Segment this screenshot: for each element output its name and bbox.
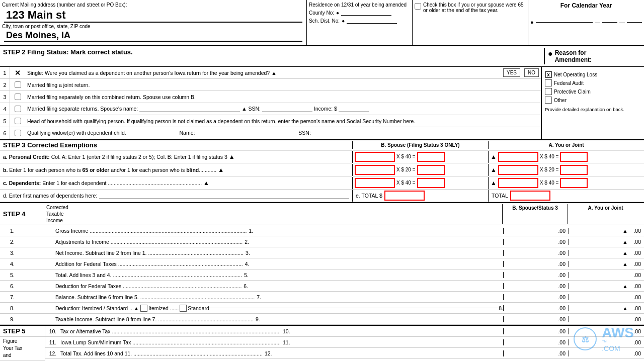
- row5-checkbox[interactable]: [15, 118, 21, 124]
- step3-b-c-multiplier: X $ 40 =: [396, 180, 416, 186]
- step3-a-b-result[interactable]: [560, 165, 588, 175]
- county-label: County No:: [309, 10, 334, 16]
- row4-check[interactable]: [10, 106, 25, 112]
- reason-title-line1: Reason for: [555, 49, 587, 56]
- row3-check[interactable]: [10, 94, 25, 100]
- step4-sub-line2: Taxable: [46, 211, 90, 217]
- row6-name-label: Name:: [180, 130, 195, 136]
- nol-check-mark: x: [547, 72, 550, 77]
- row5-check[interactable]: [10, 118, 25, 124]
- step3-b-b-result[interactable]: [417, 165, 445, 175]
- row8-itemized-cb[interactable]: [140, 305, 147, 312]
- step3-a-a-result[interactable]: [560, 152, 588, 162]
- row7-b: .00: [503, 294, 569, 300]
- row6-b: .00: [503, 283, 569, 289]
- row6-check[interactable]: [10, 130, 25, 136]
- row1-question: Single: Were you claimed as a dependent …: [27, 70, 270, 76]
- step3-b-older: 65 or older: [83, 167, 110, 173]
- step3-a-c-input[interactable]: [498, 178, 538, 188]
- row5-a: .00: [569, 272, 644, 278]
- row2-check[interactable]: [10, 81, 25, 88]
- row8-standard-label: Standard: [188, 305, 209, 311]
- reason-note: Provide detailed explanation on back.: [545, 107, 641, 113]
- row9-sub-num: 9.: [10, 316, 55, 322]
- step3-a-b-multiplier: X $ 20 =: [540, 167, 559, 172]
- row4-label-text: Married filing separate returns. Spouse'…: [27, 106, 138, 112]
- reason-bullet: ●: [548, 49, 553, 58]
- reason-title-block: Reason for Amendment:: [555, 49, 592, 63]
- step5-rows-container: STEP 5 Figure Your Tax and 10. Tax or Al…: [0, 326, 644, 360]
- step3-label-a: a. Personal Credit: Col. A: Enter 1 (ent…: [0, 152, 352, 161]
- row3-a: ▲ .00: [569, 250, 644, 256]
- step3-triangle-a2: ▲: [491, 153, 497, 160]
- no-label: NO: [528, 70, 535, 75]
- step3-b-strong: b.: [3, 167, 8, 173]
- federal-checkbox[interactable]: [545, 79, 552, 86]
- step3-triangle-b: ▲: [218, 166, 224, 173]
- step3-triangle-b2: ▲: [491, 166, 497, 173]
- step3-dep-area: d. Enter first names of dependents here:: [0, 192, 352, 200]
- row12-b: .00: [503, 350, 569, 356]
- no-box[interactable]: NO: [524, 68, 539, 77]
- row10-b: .00: [503, 328, 569, 334]
- step2-title: STEP 2 Filing Status: Mark correct statu…: [3, 48, 544, 64]
- row6-checkbox[interactable]: [15, 130, 21, 136]
- row10-num: 10.: [45, 328, 60, 334]
- sch-input[interactable]: [347, 18, 397, 24]
- row4-name-underline: [139, 106, 240, 112]
- step4-row-5: 5. Total. Add lines 3 and 4. ...........…: [0, 269, 644, 281]
- step3-b-c-result[interactable]: [417, 178, 445, 188]
- step3-row-a: a. Personal Credit: Col. A: Enter 1 (ent…: [0, 150, 644, 163]
- step3-b-a-result[interactable]: [417, 152, 445, 162]
- county-input[interactable]: [341, 10, 391, 16]
- age-checkbox-text: Check this box if you or your spouse wer…: [423, 2, 526, 13]
- step3-col-b: B. Spouse (Filing Status 3 ONLY): [352, 141, 488, 149]
- protective-checkbox[interactable]: [545, 88, 552, 95]
- step3-total-b-input[interactable]: [384, 191, 425, 201]
- step3-a-b-input[interactable]: [498, 165, 538, 175]
- step3-b-a-input[interactable]: [355, 152, 395, 162]
- yes-box[interactable]: YES: [503, 68, 520, 77]
- calendar-title: For Calendar Year: [530, 2, 642, 9]
- other-checkbox[interactable]: [545, 97, 552, 104]
- step4-row-8: 8. Deduction: Itemized / Standard ...▲ I…: [0, 303, 644, 314]
- step2-rows-container: 1 ✕ Single: Were you claimed as a depend…: [0, 67, 541, 139]
- filing-row-4: 4 Married filing separate returns. Spous…: [0, 103, 541, 115]
- reason-option-nol: x Net Operating Loss: [545, 71, 641, 78]
- step5-row-11: 11. Iowa Lump Sum/Minimum Tax ..........…: [45, 337, 644, 348]
- step3-a-c-result[interactable]: [560, 178, 588, 188]
- step3-a-c-multiplier: X $ 40 =: [540, 180, 559, 186]
- row8-standard-cb[interactable]: [180, 305, 187, 312]
- nol-checkbox[interactable]: x: [545, 71, 552, 78]
- calendar-block: For Calendar Year ● — —: [528, 0, 644, 45]
- aws-text: AWS: [602, 326, 634, 340]
- step3-b-b-multiplier: X $ 20 =: [396, 167, 416, 172]
- age-checkbox[interactable]: [415, 3, 421, 10]
- row2-checkbox[interactable]: [15, 81, 21, 88]
- protective-label: Protective Claim: [554, 89, 591, 95]
- step4-col-b-label: B. Spouse/Status 3: [502, 204, 568, 224]
- row7-sub-num: 7.: [10, 294, 55, 300]
- address-block: Current Mailing address (number and stre…: [0, 0, 307, 45]
- reason-option-federal: Federal Audit: [545, 79, 641, 86]
- step4-cols: B. Spouse/Status 3 A. You or Joint: [91, 203, 644, 225]
- reason-options: x Net Operating Loss Federal Audit Prote…: [545, 71, 641, 104]
- residence-block: Residence on 12/31 of year being amended…: [307, 0, 413, 45]
- svg-text:⚖: ⚖: [582, 335, 589, 344]
- step3-total-a-input[interactable]: [510, 191, 550, 201]
- row4-income-underline: [339, 106, 369, 112]
- step3-total-a-label: TOTAL: [492, 193, 508, 199]
- reason-header-inner: ● Reason for Amendment:: [548, 49, 638, 63]
- row3-checkbox[interactable]: [15, 94, 21, 100]
- step3-row-de: d. Enter first names of dependents here:…: [0, 190, 644, 202]
- step3-b-a-multiplier: X $ 40 =: [396, 154, 416, 159]
- step4-row-6: 6. Deduction for Federal Taxes .........…: [0, 281, 644, 292]
- step3-a-a-input[interactable]: [498, 152, 538, 162]
- aws-com: .COM: [602, 345, 634, 352]
- row4-checkbox[interactable]: [15, 106, 21, 112]
- row6-ssn-val: [312, 130, 373, 136]
- step3-b-c-input[interactable]: [355, 178, 395, 188]
- row4-sub-num: 4.: [10, 261, 55, 267]
- step3-b-b-input[interactable]: [355, 165, 395, 175]
- step2-header-bar: STEP 2 Filing Status: Mark correct statu…: [0, 45, 644, 67]
